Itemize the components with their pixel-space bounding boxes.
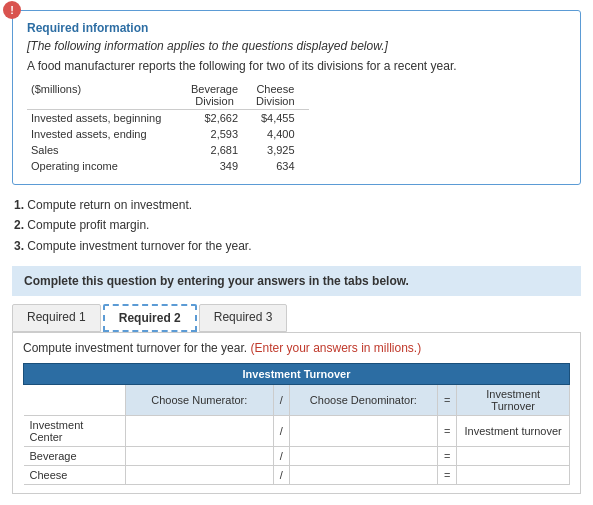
instruction-1: 1. Compute return on investment.	[14, 195, 579, 215]
col3-header: CheeseDivision	[252, 81, 309, 110]
info-icon: !	[3, 1, 21, 19]
italic-text: [The following information applies to th…	[27, 39, 566, 53]
equals-cell: =	[437, 416, 456, 447]
beverage-value: 2,593	[187, 126, 252, 142]
cheese-value: $4,455	[252, 110, 309, 127]
result-cell: Investment turnover	[457, 416, 570, 447]
table-row: Operating income 349 634	[27, 158, 309, 174]
divider-cell: /	[273, 466, 289, 485]
investment-row-label: Beverage	[24, 447, 126, 466]
numerator-input[interactable]	[130, 449, 269, 463]
instruction-3: 3. Compute investment turnover for the y…	[14, 236, 579, 256]
beverage-value: 2,681	[187, 142, 252, 158]
investment-row-label: Cheese	[24, 466, 126, 485]
col-divider-header: /	[273, 385, 289, 416]
numerator-input[interactable]	[130, 424, 269, 438]
col-equals-header: =	[437, 385, 456, 416]
numerator-input-cell[interactable]	[125, 416, 273, 447]
numerator-input[interactable]	[130, 468, 269, 482]
tab-required2[interactable]: Required 2	[103, 304, 197, 332]
row-label: Invested assets, ending	[27, 126, 187, 142]
tab-content: Compute investment turnover for the year…	[12, 332, 581, 494]
table-row: Invested assets, ending 2,593 4,400	[27, 126, 309, 142]
investment-row: Investment Center / = Investment turnove…	[24, 416, 570, 447]
result-cell	[457, 466, 570, 485]
desc-text: A food manufacturer reports the followin…	[27, 59, 566, 73]
denominator-input[interactable]	[294, 424, 433, 438]
row-label: Operating income	[27, 158, 187, 174]
instructions: 1. Compute return on investment. 2. Comp…	[14, 195, 579, 256]
equals-cell: =	[437, 447, 456, 466]
data-table: ($millions) BeverageDivision CheeseDivis…	[27, 81, 309, 174]
col-numerator-header: Choose Numerator:	[125, 385, 273, 416]
equals-cell: =	[437, 466, 456, 485]
divider-cell: /	[273, 447, 289, 466]
investment-row: Beverage / =	[24, 447, 570, 466]
beverage-value: $2,662	[187, 110, 252, 127]
required-info-title: Required information	[27, 21, 566, 35]
tab-required1[interactable]: Required 1	[12, 304, 101, 332]
cheese-value: 3,925	[252, 142, 309, 158]
info-box: ! Required information [The following in…	[12, 10, 581, 185]
row-label: Invested assets, beginning	[27, 110, 187, 127]
row-label: Sales	[27, 142, 187, 158]
compute-text: Compute investment turnover for the year…	[23, 341, 570, 355]
investment-table-wrapper: Investment Turnover Choose Numerator: / …	[23, 363, 570, 485]
cheese-value: 634	[252, 158, 309, 174]
tabs-bar: Required 1 Required 2 Required 3	[12, 304, 581, 332]
col1-header: ($millions)	[27, 81, 187, 110]
investment-row-label: Investment Center	[24, 416, 126, 447]
table-row: Sales 2,681 3,925	[27, 142, 309, 158]
numerator-input-cell[interactable]	[125, 466, 273, 485]
investment-table: Investment Turnover Choose Numerator: / …	[23, 363, 570, 485]
denominator-input-cell[interactable]	[289, 416, 437, 447]
instruction-2: 2. Compute profit margin.	[14, 215, 579, 235]
numerator-input-cell[interactable]	[125, 447, 273, 466]
complete-box: Complete this question by entering your …	[12, 266, 581, 296]
col-denominator-header: Choose Denominator:	[289, 385, 437, 416]
investment-row: Cheese / =	[24, 466, 570, 485]
divider-cell: /	[273, 416, 289, 447]
col2-header: BeverageDivision	[187, 81, 252, 110]
result-cell	[457, 447, 570, 466]
table-row: Invested assets, beginning $2,662 $4,455	[27, 110, 309, 127]
denominator-input-cell[interactable]	[289, 447, 437, 466]
denominator-input[interactable]	[294, 449, 433, 463]
table-main-header: Investment Turnover	[24, 364, 570, 385]
denominator-input[interactable]	[294, 468, 433, 482]
cheese-value: 4,400	[252, 126, 309, 142]
beverage-value: 349	[187, 158, 252, 174]
tab-required3[interactable]: Required 3	[199, 304, 288, 332]
col-result-header: Investment Turnover	[457, 385, 570, 416]
denominator-input-cell[interactable]	[289, 466, 437, 485]
